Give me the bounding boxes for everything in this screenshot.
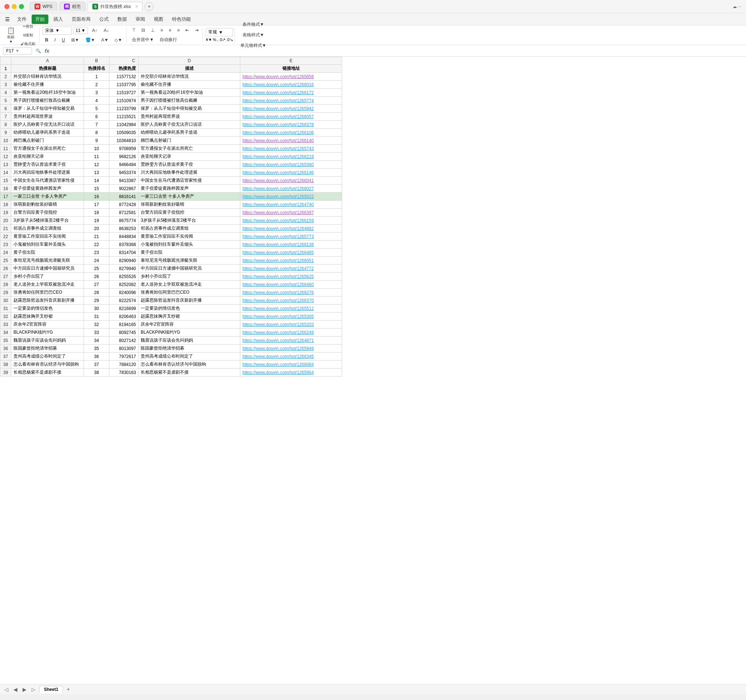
- cell-r1c1[interactable]: 热搜标题: [11, 65, 84, 73]
- table-row[interactable]: 30赵露思陈哲远发抖音庆新剧开播298222574赵露思陈哲远发抖音庆新剧开播h…: [0, 297, 342, 305]
- cell-r22c2[interactable]: 21: [84, 233, 110, 240]
- row-header-10[interactable]: 10: [0, 137, 11, 145]
- indent-dec-button[interactable]: ⇤: [183, 26, 192, 34]
- table-row[interactable]: 33庆余年2官宣阵容328194165庆余年2官宣阵容https://www.d…: [0, 321, 342, 329]
- cell-r25c3[interactable]: 8290940: [110, 257, 138, 264]
- cell-r19c4[interactable]: 台警方回应黄子佼指控: [138, 209, 240, 216]
- strikethrough-button[interactable]: ◇▼: [112, 36, 125, 44]
- table-row[interactable]: 22黄景瑜工作室回应不实传闻218448834黄景瑜工作室回应不实传闻https…: [0, 233, 342, 240]
- cell-r36c1[interactable]: 陈国豪曾拒绝清华招募: [11, 344, 84, 353]
- table-row[interactable]: 32赵露思抹胸开叉纱裙318206463赵露思抹胸开叉纱裙https://www…: [0, 312, 342, 321]
- cell-r4c5[interactable]: https://www.douyin.com/hot/1266172: [240, 89, 342, 97]
- cell-r30c4[interactable]: 赵露思陈哲远发抖音庆新剧开播: [138, 297, 240, 305]
- cell-r31c4[interactable]: 一定要染的情侣发色: [138, 305, 240, 312]
- font-size-selector[interactable]: 11 ▼: [73, 27, 88, 34]
- row-header-34[interactable]: 34: [0, 329, 11, 336]
- cell-r15c2[interactable]: 14: [84, 177, 110, 185]
- cell-r33c4[interactable]: 庆余年2官宣阵容: [138, 321, 240, 329]
- cell-r28c1[interactable]: 老人送孙女上学双双被急流冲走: [11, 281, 84, 288]
- cell-r5c3[interactable]: 11510974: [110, 97, 138, 105]
- cell-r36c4[interactable]: 陈国豪曾拒绝清华招募: [138, 344, 240, 353]
- paste-button[interactable]: 📋 粘贴▼: [5, 25, 18, 45]
- thousand-icon[interactable]: ,: [217, 38, 218, 42]
- cell-r39c2[interactable]: 38: [84, 368, 110, 377]
- cell-r37c5[interactable]: https://www.douyin.com/hot/1266345: [240, 353, 342, 361]
- cell-r7c4[interactable]: 贵州村超再现世界波: [138, 113, 240, 121]
- cell-r6c5[interactable]: https://www.douyin.com/hot/1265942: [240, 105, 342, 113]
- table-row[interactable]: 21邻居占房事件成立调查组208638253邻居占房事件成立调查组https:/…: [0, 225, 342, 233]
- new-tab-button[interactable]: +: [145, 2, 153, 11]
- row-header-6[interactable]: 6: [0, 105, 11, 113]
- cell-r1c4[interactable]: 描述: [138, 65, 240, 73]
- cell-r15c1[interactable]: 中国女生在马代遭酒店管家性侵: [11, 177, 84, 185]
- cell-r13c4[interactable]: 贾静雯方否认曾追求黄子佼: [138, 161, 240, 169]
- table-row[interactable]: 12炎亚纶聊天记录119682126炎亚纶聊天记录https://www.dou…: [0, 153, 342, 161]
- cell-r14c4[interactable]: 川大再回应地铁事件处理进展: [138, 169, 240, 177]
- cell-r36c5[interactable]: https://www.douyin.com/hot/1265949: [240, 344, 342, 353]
- row-header-28[interactable]: 28: [0, 281, 11, 288]
- cell-r14c3[interactable]: 9453374: [110, 169, 138, 177]
- cell-r14c5[interactable]: https://www.douyin.com/hot/1266146: [240, 169, 342, 177]
- cell-r22c5[interactable]: https://www.douyin.com/hot/1265773: [240, 233, 342, 240]
- cell-r33c1[interactable]: 庆余年2官宣阵容: [11, 321, 84, 329]
- cell-r24c4[interactable]: 黄子佼出院: [138, 249, 240, 257]
- cell-r25c1[interactable]: 泰坦尼克号残骸观光潜艇失联: [11, 257, 84, 264]
- row-header-36[interactable]: 36: [0, 344, 11, 353]
- table-row[interactable]: 203岁孩子从5楼掉落至2楼平台1986757743岁孩子从5楼掉落至2楼平台h…: [0, 216, 342, 225]
- cell-r29c3[interactable]: 8240096: [110, 288, 138, 297]
- table-row[interactable]: 38怎么看布林肯否认经济与中国脱钩377884120怎么看布林肯否认经济与中国脱…: [0, 361, 342, 368]
- cell-r35c2[interactable]: 34: [84, 336, 110, 344]
- cell-r23c1[interactable]: 小鬼被拍到往车窗外丢烟头: [11, 240, 84, 249]
- cell-r16c2[interactable]: 15: [84, 185, 110, 192]
- cell-r20c1[interactable]: 3岁孩子从5楼掉落至2楼平台: [11, 216, 84, 225]
- cond-format-button[interactable]: 条件格式▼: [238, 20, 269, 29]
- align-center-button[interactable]: ≡: [166, 26, 174, 34]
- cell-r12c2[interactable]: 11: [84, 153, 110, 161]
- cell-r2c1[interactable]: 外交部介绍林肯访华情况: [11, 73, 84, 81]
- cell-r9c5[interactable]: https://www.douyin.com/hot/1266106: [240, 129, 342, 137]
- menu-pagelayout[interactable]: 页面布局: [68, 15, 94, 24]
- cell-r23c3[interactable]: 8378368: [110, 240, 138, 249]
- cell-r19c1[interactable]: 台警方回应黄子佼指控: [11, 209, 84, 216]
- table-row[interactable]: 23小鬼被拍到往车窗外丢烟头228378368小鬼被拍到往车窗外丢烟头https…: [0, 240, 342, 249]
- table-row[interactable]: 37贵州高考成绩公布时间定了367972617贵州高考成绩公布时间定了https…: [0, 353, 342, 361]
- cell-r37c3[interactable]: 7972617: [110, 353, 138, 361]
- table-row[interactable]: 17一家三口去世 十多人争房产168816141一家三口去世 十多人争房产htt…: [0, 192, 342, 201]
- row-header-18[interactable]: 18: [0, 201, 11, 209]
- font-color-button[interactable]: A▼: [99, 36, 111, 44]
- cell-r30c5[interactable]: https://www.douyin.com/hot/1266370: [240, 297, 342, 305]
- cell-r4c4[interactable]: 第一视角看运20给歼16空中加油: [138, 89, 240, 97]
- row-header-39[interactable]: 39: [0, 368, 11, 377]
- table-row[interactable]: 7贵州村超再现世界波611215521贵州村超再现世界波https://www.…: [0, 113, 342, 121]
- row-header-13[interactable]: 13: [0, 161, 11, 169]
- cell-r24c5[interactable]: https://www.douyin.com/hot/1266485: [240, 249, 342, 257]
- cell-r10c1[interactable]: 姆巴佩点射破门: [11, 137, 84, 145]
- cell-r11c3[interactable]: 9708959: [110, 145, 138, 153]
- cell-r23c4[interactable]: 小鬼被拍到往车窗外丢烟头: [138, 240, 240, 249]
- cell-r22c3[interactable]: 8448834: [110, 233, 138, 240]
- cell-r21c5[interactable]: https://www.douyin.com/hot/1264882: [240, 225, 342, 233]
- cell-r35c5[interactable]: https://www.douyin.com/hot/1264871: [240, 336, 342, 344]
- add-sheet-button[interactable]: +: [65, 686, 71, 693]
- cell-r7c2[interactable]: 6: [84, 113, 110, 121]
- cell-r2c3[interactable]: 11577132: [110, 73, 138, 81]
- cell-r13c5[interactable]: https://www.douyin.com/hot/1265360: [240, 161, 342, 169]
- table-row[interactable]: 31一定要染的情侣发色308216699一定要染的情侣发色https://www…: [0, 305, 342, 312]
- cell-r33c2[interactable]: 32: [84, 321, 110, 329]
- cell-r5c2[interactable]: 4: [84, 97, 110, 105]
- maximize-button[interactable]: [19, 4, 24, 9]
- menu-formula[interactable]: 公式: [96, 15, 112, 24]
- sheet-nav-first[interactable]: ◁: [3, 686, 10, 693]
- cell-r17c4[interactable]: 一家三口去世 十多人争房产: [138, 192, 240, 201]
- row-header-27[interactable]: 27: [0, 273, 11, 281]
- dec-decrease-icon[interactable]: .0↘: [226, 38, 233, 42]
- cell-r4c3[interactable]: 11519727: [110, 89, 138, 97]
- cell-r19c3[interactable]: 8712581: [110, 209, 138, 216]
- menu-insert[interactable]: 插入: [50, 15, 66, 24]
- table-row[interactable]: 28老人送孙女上学双双被急流冲走278252082老人送孙女上学双双被急流冲走h…: [0, 281, 342, 288]
- table-row[interactable]: 13贾静雯方否认曾追求黄子佼129466484贾静雯方否认曾追求黄子佼https…: [0, 161, 342, 169]
- row-header-38[interactable]: 38: [0, 361, 11, 368]
- italic-button[interactable]: I: [52, 36, 58, 44]
- table-row[interactable]: 27乡村小乔出院了268255526乡村小乔出院了https://www.dou…: [0, 273, 342, 281]
- indent-inc-button[interactable]: ⇥: [193, 26, 201, 34]
